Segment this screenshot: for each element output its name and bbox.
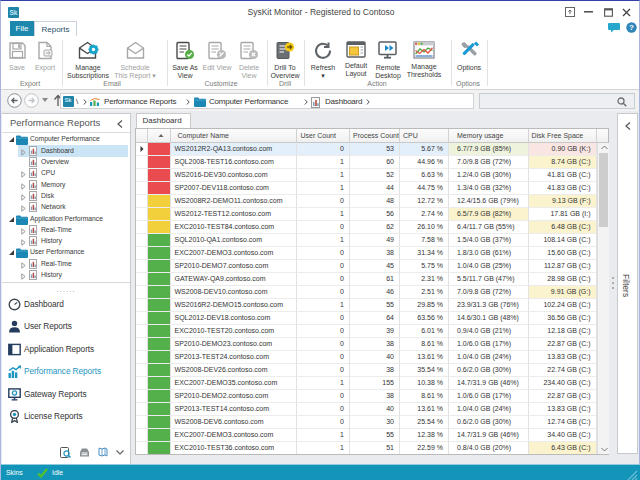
svg-text:?: ?: [629, 23, 634, 32]
